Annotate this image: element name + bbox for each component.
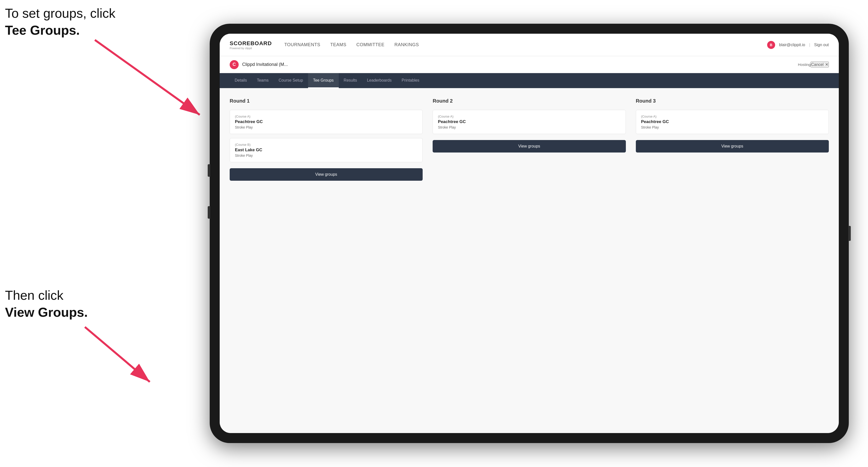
- tab-course-setup[interactable]: Course Setup: [274, 73, 308, 88]
- logo-sub: Powered by clippit: [230, 47, 272, 50]
- tournament-logo: C: [230, 60, 239, 69]
- tab-results[interactable]: Results: [339, 73, 362, 88]
- tab-tee-groups[interactable]: Tee Groups: [308, 73, 339, 88]
- round-3-course-a-play: Stroke Play: [641, 125, 824, 129]
- round-1-course-b-card: (Course B) East Lake GC Stroke Play: [230, 138, 423, 162]
- round-1-course-b-label: (Course B): [235, 143, 417, 147]
- round-1-column: Round 1 (Course A) Peachtree GC Stroke P…: [230, 98, 423, 423]
- round-3-title: Round 3: [636, 98, 829, 104]
- sub-header: C Clippd Invitational (M... Hosting Canc…: [220, 56, 839, 73]
- round-2-title: Round 2: [433, 98, 626, 104]
- tablet-volume-button: [208, 164, 210, 177]
- arrow-to-view-groups: [70, 319, 160, 390]
- round-2-course-a-play: Stroke Play: [438, 125, 620, 129]
- round-1-course-b-name: East Lake GC: [235, 148, 417, 153]
- instruction-top-line2: Tee Groups: [5, 23, 76, 37]
- nav-tournaments[interactable]: TOURNAMENTS: [284, 41, 320, 49]
- nav-links: TOURNAMENTS TEAMS COMMITTEE RANKINGS: [284, 41, 767, 49]
- nav-right: B blair@clippit.io | Sign out: [767, 41, 829, 49]
- nav-teams[interactable]: TEAMS: [330, 41, 346, 49]
- round-2-view-groups-button[interactable]: View groups: [433, 140, 626, 153]
- round-3-column: Round 3 (Course A) Peachtree GC Stroke P…: [636, 98, 829, 423]
- svg-line-3: [85, 327, 150, 382]
- round-1-course-a-name: Peachtree GC: [235, 119, 417, 124]
- sign-out-link[interactable]: Sign out: [814, 43, 829, 47]
- tab-leaderboards[interactable]: Leaderboards: [362, 73, 397, 88]
- round-1-course-a-card: (Course A) Peachtree GC Stroke Play: [230, 110, 423, 134]
- round-3-course-a-card: (Course A) Peachtree GC Stroke Play: [636, 110, 829, 134]
- nav-rankings[interactable]: RANKINGS: [395, 41, 419, 49]
- tab-teams[interactable]: Teams: [252, 73, 274, 88]
- user-avatar: B: [767, 41, 775, 49]
- round-2-course-a-label: (Course A): [438, 115, 620, 118]
- main-content: Round 1 (Course A) Peachtree GC Stroke P…: [220, 88, 839, 433]
- round-1-title: Round 1: [230, 98, 423, 104]
- user-email: blair@clippit.io: [779, 43, 805, 47]
- round-1-course-b-play: Stroke Play: [235, 154, 417, 157]
- arrow-to-tee-groups: [80, 32, 210, 122]
- hosting-badge: Hosting: [798, 62, 811, 67]
- instruction-bottom: Then click View Groups.: [5, 287, 88, 321]
- tournament-name: Clippd Invitational (M...: [242, 62, 796, 67]
- instruction-bottom-line2: View Groups: [5, 305, 84, 319]
- round-2-course-a-card: (Course A) Peachtree GC Stroke Play: [433, 110, 626, 134]
- instruction-top-line1: To set groups, click: [5, 6, 115, 21]
- tab-printables[interactable]: Printables: [397, 73, 424, 88]
- logo-text: SCOREBOARD: [230, 40, 272, 47]
- round-3-course-a-name: Peachtree GC: [641, 119, 824, 124]
- round-2-course-a-name: Peachtree GC: [438, 119, 620, 124]
- nav-committee[interactable]: COMMITTEE: [356, 41, 385, 49]
- tab-bar: Details Teams Course Setup Tee Groups Re…: [220, 73, 839, 88]
- tab-details[interactable]: Details: [230, 73, 252, 88]
- logo-area: SCOREBOARD Powered by clippit: [230, 40, 272, 50]
- round-1-view-groups-button[interactable]: View groups: [230, 168, 423, 181]
- top-nav: SCOREBOARD Powered by clippit TOURNAMENT…: [220, 34, 839, 56]
- tablet-power-button: [848, 226, 851, 241]
- round-2-column: Round 2 (Course A) Peachtree GC Stroke P…: [433, 98, 626, 423]
- instruction-top: To set groups, click Tee Groups.: [5, 5, 115, 39]
- instruction-bottom-line1: Then click: [5, 288, 63, 303]
- svg-line-1: [95, 40, 200, 115]
- cancel-button[interactable]: Cancel ✕: [811, 62, 829, 67]
- round-1-course-a-play: Stroke Play: [235, 125, 417, 129]
- round-3-view-groups-button[interactable]: View groups: [636, 140, 829, 153]
- tablet-volume-button-2: [208, 206, 210, 219]
- round-3-course-a-label: (Course A): [641, 115, 824, 118]
- round-1-course-a-label: (Course A): [235, 115, 417, 118]
- tablet-shell: SCOREBOARD Powered by clippit TOURNAMENT…: [210, 24, 849, 443]
- tablet-screen: SCOREBOARD Powered by clippit TOURNAMENT…: [220, 34, 839, 433]
